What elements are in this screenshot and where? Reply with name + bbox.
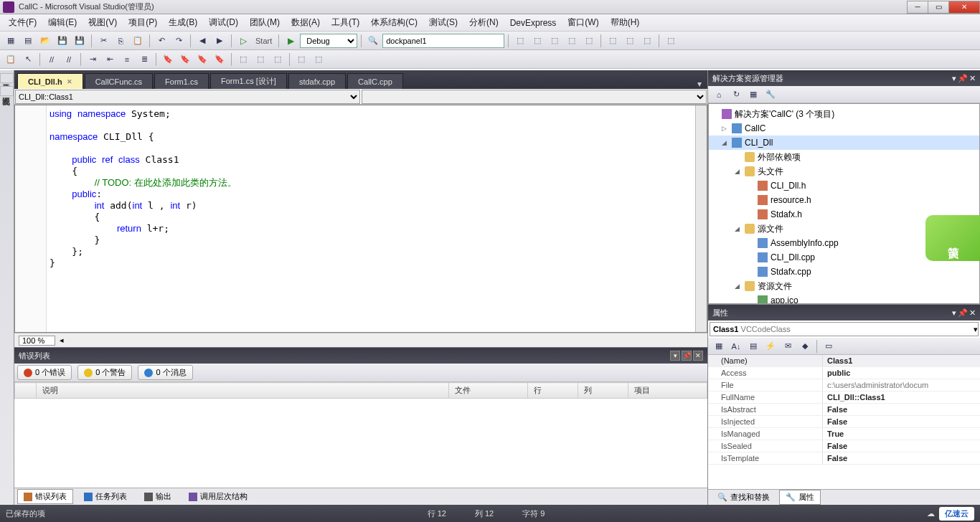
misc-icon-3[interactable]: ⬚ [270, 52, 286, 67]
nav-fwd-icon[interactable]: ▶ [212, 33, 227, 49]
menu-team[interactable]: 团队(M) [244, 14, 286, 31]
server-explorer-tab[interactable]: 资源视图 [0, 86, 14, 96]
properties-selector[interactable]: Class1 VCCodeClass▾ [710, 322, 979, 336]
floating-badge[interactable]: 简英设 [925, 215, 980, 261]
undo-icon[interactable]: ↶ [154, 33, 169, 49]
outdent-icon[interactable]: ⇤ [102, 52, 118, 67]
panel-dropdown-icon[interactable]: ▾ [670, 351, 680, 361]
menu-help[interactable]: 帮助(H) [605, 14, 646, 31]
nav-back-icon[interactable]: ◀ [194, 33, 210, 49]
find-icon[interactable]: 🔍 [365, 33, 381, 49]
menu-edit[interactable]: 编辑(E) [42, 14, 83, 31]
tab-callc[interactable]: CallC.cpp [347, 73, 403, 89]
misc-icon-4[interactable]: ⬚ [293, 52, 309, 67]
start-nodebug-icon[interactable]: ▷ [235, 33, 251, 49]
panel-pin-icon[interactable]: 📌 [958, 74, 968, 83]
rbtab-properties[interactable]: 🔧属性 [779, 490, 821, 505]
misc-icon-2[interactable]: ⬚ [253, 52, 268, 67]
menu-architecture[interactable]: 体系结构(C) [365, 14, 423, 31]
menu-data[interactable]: 数据(A) [286, 14, 326, 31]
btab-output[interactable]: 输出 [138, 489, 178, 504]
new-project-icon[interactable]: ▦ [3, 33, 19, 49]
config-combo[interactable]: Debug [300, 34, 357, 48]
menu-tools[interactable]: 工具(T) [326, 14, 365, 31]
tab-form1-design[interactable]: Form1.cs [设计] [210, 73, 287, 89]
save-icon[interactable]: 💾 [55, 33, 70, 49]
start-debug-icon[interactable]: ▶ [283, 33, 298, 49]
cut-icon[interactable]: ✂ [95, 33, 111, 49]
menu-debug[interactable]: 调试(D) [203, 14, 244, 31]
prop-box-icon[interactable]: ▭ [821, 338, 837, 354]
panel-close-icon[interactable]: ✕ [693, 351, 703, 361]
prop-alpha-icon[interactable]: A↓ [728, 338, 744, 354]
tb-icon-6[interactable]: ⬚ [605, 33, 621, 49]
maximize-button[interactable]: ▭ [928, 1, 949, 14]
btab-task-list[interactable]: 任务列表 [77, 489, 133, 504]
copy-icon[interactable]: ⎘ [113, 33, 128, 49]
tab-cli-dll-h[interactable]: CLI_Dll.h✕ [17, 73, 83, 89]
menu-build[interactable]: 生成(B) [163, 14, 203, 31]
bookmark-prev-icon[interactable]: 🔖 [177, 52, 193, 67]
prop-cat-icon[interactable]: ▦ [711, 338, 727, 354]
tb-icon-2[interactable]: ⬚ [529, 33, 545, 49]
panel-dropdown-icon[interactable]: ▾ [952, 74, 956, 83]
editor-scrollbar[interactable] [695, 105, 707, 332]
btab-call-hierarchy[interactable]: 调用层次结构 [182, 489, 254, 504]
warnings-filter[interactable]: 0 个警告 [77, 365, 132, 380]
indent-icon[interactable]: ⇥ [85, 52, 100, 67]
format2-icon[interactable]: ≣ [136, 52, 152, 67]
panel-dropdown-icon[interactable]: ▾ [952, 308, 956, 318]
scope-combo[interactable]: CLI_Dll::Class1 [15, 90, 360, 104]
rbtab-find-replace[interactable]: 🔍查找和替换 [711, 490, 776, 505]
panel-pin-icon[interactable]: 📌 [682, 351, 692, 361]
uncomment-icon[interactable]: // [61, 52, 77, 67]
error-grid[interactable]: 说明 文件 行 列 项目 [14, 382, 707, 488]
tb-icon-7[interactable]: ⬚ [622, 33, 638, 49]
comment-icon[interactable]: // [44, 52, 60, 67]
sln-properties-icon[interactable]: 🔧 [763, 87, 778, 103]
menu-analyze[interactable]: 分析(N) [463, 14, 504, 31]
btab-error-list[interactable]: 错误列表 [17, 489, 73, 504]
tb-icon-8[interactable]: ⬚ [639, 33, 655, 49]
tab-stdafx[interactable]: stdafx.cpp [288, 73, 346, 89]
pointer-icon[interactable]: ↖ [20, 52, 36, 67]
errors-filter[interactable]: 0 个错误 [17, 365, 72, 380]
tb-icon-5[interactable]: ⬚ [581, 33, 597, 49]
member-combo[interactable] [362, 90, 707, 104]
paste-icon[interactable]: 📋 [130, 33, 146, 49]
redo-icon[interactable]: ↷ [171, 33, 187, 49]
properties-grid[interactable]: (Name)Class1 Accesspublic Filec:\users\a… [708, 355, 980, 489]
tab-overflow-icon[interactable]: ▾ [692, 79, 707, 89]
tb-icon-9[interactable]: ⬚ [663, 33, 679, 49]
tab-form1cs[interactable]: Form1.cs [154, 73, 209, 89]
tb-icon-3[interactable]: ⬚ [547, 33, 562, 49]
menu-view[interactable]: 视图(V) [83, 14, 123, 31]
bookmark-clear-icon[interactable]: 🔖 [212, 52, 227, 67]
code-editor[interactable]: using namespace System; namespace CLI_Dl… [14, 105, 707, 333]
tb-icon-4[interactable]: ⬚ [564, 33, 580, 49]
prop-msg-icon[interactable]: ✉ [780, 338, 796, 354]
menu-window[interactable]: 窗口(W) [562, 14, 604, 31]
prop-event-icon[interactable]: ⚡ [763, 338, 778, 354]
format-icon[interactable]: ≡ [119, 52, 135, 67]
sln-refresh-icon[interactable]: ↻ [728, 87, 744, 103]
panel-pin-icon[interactable]: 📌 [958, 308, 968, 318]
menu-project[interactable]: 项目(P) [123, 14, 163, 31]
panel-close-icon[interactable]: ✕ [969, 74, 976, 83]
tab-callcfunc[interactable]: CallCFunc.cs [85, 73, 153, 89]
minimize-button[interactable]: ─ [907, 1, 928, 14]
bookmark-next-icon[interactable]: 🔖 [194, 52, 210, 67]
tb-icon-1[interactable]: ⬚ [512, 33, 528, 49]
open-icon[interactable]: 📂 [37, 33, 53, 49]
close-button[interactable]: ✕ [948, 1, 980, 14]
prop-page-icon[interactable]: ▤ [745, 338, 761, 354]
add-item-icon[interactable]: ▤ [20, 33, 36, 49]
save-all-icon[interactable]: 💾 [72, 33, 88, 49]
menu-test[interactable]: 测试(S) [423, 14, 463, 31]
solution-tree[interactable]: 解决方案'CallC' (3 个项目) ▷CallC ◢CLI_Dll 外部依赖… [708, 103, 980, 304]
zoom-combo[interactable]: 100 % [19, 336, 55, 346]
messages-filter[interactable]: 0 个消息 [138, 365, 192, 380]
menu-file[interactable]: 文件(F) [3, 14, 42, 31]
member-list-icon[interactable]: 📋 [3, 52, 19, 67]
bookmark-icon[interactable]: 🔖 [160, 52, 176, 67]
